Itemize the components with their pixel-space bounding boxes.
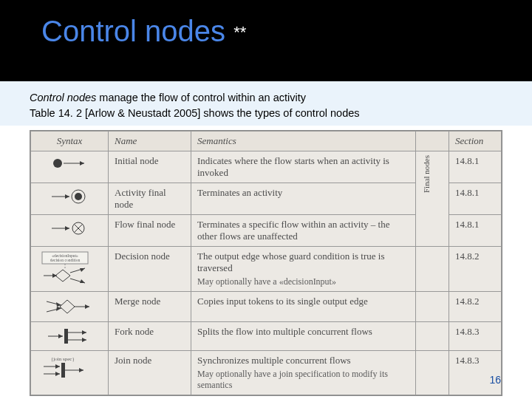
svg-marker-8: [65, 226, 69, 231]
cell-name: Activity final node: [109, 183, 191, 215]
cell-name: Merge node: [109, 292, 191, 322]
control-nodes-table: Syntax Name Semantics Section Initial no…: [30, 130, 502, 396]
cell-semantics: The output edge whose guard condition is…: [191, 247, 416, 292]
col-section: Section: [449, 132, 502, 151]
cell-name: Flow final node: [109, 215, 191, 247]
cell-section: 14.8.1: [449, 151, 502, 183]
cell-section: 14.8.3: [449, 351, 502, 395]
syntax-merge-node-icon: [31, 292, 109, 322]
slide-title: Control nodes **: [41, 15, 532, 48]
syntax-flow-final-icon: [31, 215, 109, 247]
syntax-fork-node-icon: [31, 322, 109, 351]
svg-marker-32: [82, 330, 86, 335]
intro-lead-term: Control nodes: [30, 92, 96, 103]
svg-rect-39: [61, 363, 65, 378]
svg-marker-16: [55, 270, 70, 282]
svg-marker-25: [60, 300, 75, 313]
syntax-initial-node-icon: [31, 151, 109, 183]
cell-semantics: Terminates a specific flow within an act…: [191, 215, 416, 247]
intro-line-1: Control nodes manage the flow of control…: [30, 90, 502, 106]
svg-marker-41: [79, 368, 83, 372]
cell-section: 14.8.3: [449, 322, 502, 351]
svg-marker-15: [52, 273, 57, 278]
svg-marker-29: [58, 334, 63, 338]
svg-point-0: [53, 159, 62, 168]
cell-semantics: Indicates where the flow starts when an …: [191, 151, 416, 183]
cell-name: Initial node: [109, 151, 191, 183]
svg-marker-4: [65, 194, 69, 199]
table-header-row: Syntax Name Semantics Section: [31, 132, 502, 151]
intro-line1-rest: manage the flow of control within an act…: [96, 92, 306, 103]
decision-tag-line2: decision condition: [50, 258, 81, 262]
svg-marker-27: [85, 304, 89, 309]
syntax-activity-final-icon: [31, 183, 109, 215]
cell-semantics: Synchronizes multiple concurrent flows M…: [191, 351, 416, 395]
cell-semantics: Terminates an activity: [191, 183, 416, 215]
cell-name: Join node: [109, 351, 191, 395]
svg-marker-2: [80, 161, 84, 166]
intro-line-2: Table 14. 2 [Arlow & Neustadt 2005] show…: [30, 106, 502, 121]
svg-marker-18: [80, 268, 85, 272]
title-bar: Control nodes **: [0, 0, 532, 81]
table-row: Fork node Splits the flow into multiple …: [31, 322, 502, 351]
cell-section: 14.8.2: [449, 247, 502, 292]
cell-semantics: Copies input tokens to its single output…: [191, 292, 416, 322]
svg-point-6: [75, 193, 82, 200]
table-row: «decisionInput» decision condition Decis…: [31, 247, 502, 292]
cell-section: 14.8.1: [449, 183, 502, 215]
svg-rect-30: [64, 329, 68, 344]
syntax-join-node-icon: {join spec}: [31, 351, 109, 395]
cell-section: 14.8.2: [449, 292, 502, 322]
svg-marker-20: [80, 279, 85, 283]
cell-section: 14.8.1: [449, 215, 502, 247]
svg-marker-36: [55, 364, 60, 369]
intro-block: Control nodes manage the flow of control…: [0, 81, 532, 126]
col-syntax: Syntax: [31, 132, 109, 151]
cell-name: Fork node: [109, 322, 191, 351]
title-stars: **: [233, 23, 246, 41]
final-nodes-bracket: Final nodes: [416, 151, 449, 247]
table-row: {join spec} Join node Synchronizes multi…: [31, 351, 502, 395]
col-name: Name: [109, 132, 191, 151]
col-semantics: Semantics: [191, 132, 416, 151]
svg-marker-34: [82, 338, 86, 342]
svg-marker-38: [55, 372, 60, 376]
cell-name: Decision node: [109, 247, 191, 292]
page-number: 16: [489, 374, 501, 386]
table-row: Initial node Indicates where the flow st…: [31, 151, 502, 183]
title-text: Control nodes: [41, 15, 225, 47]
syntax-decision-node-icon: «decisionInput» decision condition: [31, 247, 109, 292]
join-spec-tag: {join spec}: [51, 356, 75, 362]
cell-semantics: Splits the flow into multiple concurrent…: [191, 322, 416, 351]
table-row: Merge node Copies input tokens to its si…: [31, 292, 502, 322]
